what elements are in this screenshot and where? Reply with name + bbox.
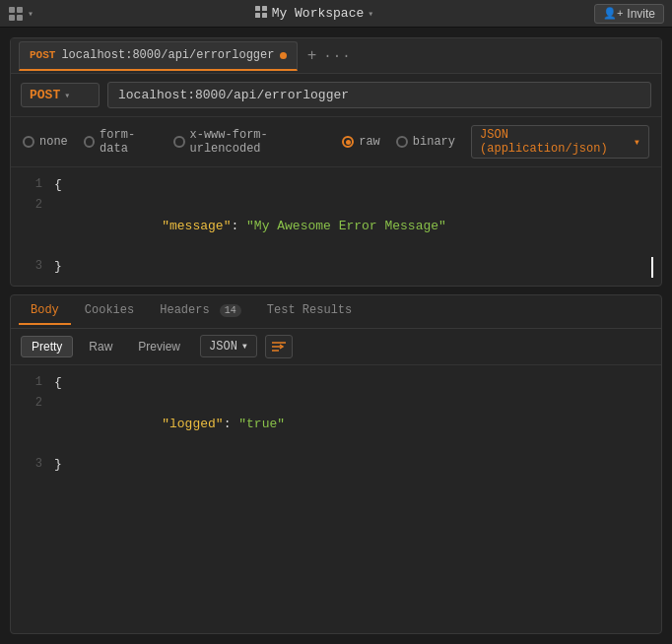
svg-rect-6 bbox=[255, 13, 260, 18]
json-key-message: "message" bbox=[131, 219, 231, 233]
grid-icon bbox=[254, 5, 268, 23]
resp-line-num-2: 2 bbox=[19, 394, 42, 413]
response-panel: Body Cookies Headers 14 Test Results Pre… bbox=[10, 294, 662, 634]
resp-line-1: 1 { bbox=[11, 373, 661, 394]
radio-form-data[interactable]: form-data bbox=[84, 128, 158, 156]
top-bar-right: 👤+ Invite bbox=[594, 4, 664, 24]
radio-label-urlencoded: x-www-form-urlencoded bbox=[190, 128, 327, 156]
line-content-1: { bbox=[54, 175, 653, 196]
url-input[interactable] bbox=[107, 82, 651, 108]
line-num-3: 3 bbox=[19, 257, 42, 276]
radio-binary[interactable]: binary bbox=[396, 135, 455, 149]
resp-json-value-logged: "true" bbox=[238, 417, 285, 431]
request-code-editor[interactable]: 1 { 2 "message": "My Awesome Error Messa… bbox=[11, 167, 661, 286]
wrap-icon bbox=[271, 340, 287, 354]
resp-line-2: 2 "logged": "true" bbox=[11, 394, 661, 455]
workspace-chevron-icon: ▾ bbox=[368, 8, 373, 20]
format-value: JSON (application/json) bbox=[480, 128, 630, 156]
url-row: POST ▾ bbox=[11, 74, 661, 117]
radio-raw[interactable]: raw bbox=[342, 135, 380, 149]
radio-circle-urlencoded bbox=[173, 136, 184, 148]
top-bar: ▾ My Workspace ▾ 👤+ Invite bbox=[0, 0, 672, 28]
method-select[interactable]: POST ▾ bbox=[21, 83, 100, 107]
format-select[interactable]: JSON (application/json) ▾ bbox=[471, 125, 649, 159]
line-content-2: "message": "My Awesome Error Message" bbox=[54, 196, 653, 257]
tab-url: localhost:8000/api/errorlogger bbox=[61, 48, 274, 62]
invite-button[interactable]: 👤+ Invite bbox=[594, 4, 664, 24]
svg-rect-1 bbox=[17, 7, 23, 13]
person-plus-icon: 👤+ bbox=[603, 7, 623, 20]
resp-line-3: 3 } bbox=[11, 455, 661, 476]
main-container: POST localhost:8000/api/errorlogger + ··… bbox=[0, 28, 672, 644]
resp-tab-body[interactable]: Body bbox=[19, 297, 71, 325]
radio-circle-form-data bbox=[84, 136, 95, 148]
resp-line-num-3: 3 bbox=[19, 455, 42, 474]
response-tabs-row: Body Cookies Headers 14 Test Results bbox=[11, 295, 661, 329]
method-value: POST bbox=[30, 88, 60, 102]
line-content-3: } bbox=[54, 257, 653, 278]
app-logo bbox=[8, 6, 24, 22]
radio-circle-binary bbox=[396, 136, 408, 148]
tab-add-button[interactable]: + bbox=[300, 44, 323, 68]
radio-label-raw: raw bbox=[359, 135, 380, 149]
svg-rect-7 bbox=[262, 13, 267, 18]
tab-unsaved-dot bbox=[280, 52, 287, 59]
request-tab-active[interactable]: POST localhost:8000/api/errorlogger bbox=[19, 41, 298, 71]
resp-tab-test-results[interactable]: Test Results bbox=[255, 297, 364, 325]
request-line-1: 1 { bbox=[11, 175, 661, 196]
resp-line-content-2: "logged": "true" bbox=[54, 394, 653, 455]
line-num-1: 1 bbox=[19, 175, 42, 194]
tab-method-badge: POST bbox=[30, 49, 55, 61]
svg-rect-2 bbox=[9, 15, 15, 21]
svg-rect-3 bbox=[17, 15, 23, 21]
radio-label-form-data: form-data bbox=[100, 128, 158, 156]
response-code-area: 1 { 2 "logged": "true" 3 } bbox=[11, 365, 661, 633]
line-num-2: 2 bbox=[19, 196, 42, 215]
radio-label-binary: binary bbox=[413, 135, 455, 149]
workspace-name: My Workspace bbox=[272, 6, 365, 21]
radio-none[interactable]: none bbox=[23, 135, 68, 149]
format-arrow-icon: ▾ bbox=[634, 135, 640, 150]
method-arrow-icon: ▾ bbox=[64, 90, 70, 101]
body-type-row: none form-data x-www-form-urlencoded raw… bbox=[11, 117, 661, 167]
radio-urlencoded[interactable]: x-www-form-urlencoded bbox=[173, 128, 326, 156]
top-bar-left: ▾ bbox=[8, 6, 34, 22]
top-bar-chevron-icon: ▾ bbox=[28, 8, 34, 20]
response-format-select[interactable]: JSON ▾ bbox=[200, 335, 257, 357]
resp-line-content-1: { bbox=[54, 373, 653, 394]
headers-badge: 14 bbox=[220, 304, 241, 317]
resp-tab-headers[interactable]: Headers 14 bbox=[148, 297, 253, 325]
invite-label: Invite bbox=[627, 7, 655, 21]
svg-rect-0 bbox=[9, 7, 15, 13]
view-preview-button[interactable]: Preview bbox=[128, 337, 190, 356]
radio-label-none: none bbox=[39, 135, 68, 149]
resp-line-content-3: } bbox=[54, 455, 653, 476]
radio-circle-raw bbox=[342, 136, 354, 148]
resp-format-arrow-icon: ▾ bbox=[241, 339, 248, 354]
request-line-2: 2 "message": "My Awesome Error Message" bbox=[11, 196, 661, 257]
json-value-message: "My Awesome Error Message" bbox=[246, 219, 446, 233]
view-raw-button[interactable]: Raw bbox=[79, 337, 122, 356]
request-tabs-row: POST localhost:8000/api/errorlogger + ··… bbox=[11, 38, 661, 74]
request-line-3: 3 } bbox=[11, 257, 661, 278]
resp-tab-cookies[interactable]: Cookies bbox=[73, 297, 146, 325]
radio-circle-none bbox=[23, 136, 34, 148]
view-pretty-button[interactable]: Pretty bbox=[21, 336, 73, 357]
resp-json-key-logged: "logged" bbox=[131, 417, 224, 431]
workspace-info: My Workspace ▾ bbox=[254, 5, 374, 23]
wrap-button[interactable] bbox=[265, 335, 293, 358]
resp-format-value: JSON bbox=[209, 340, 237, 354]
svg-rect-4 bbox=[255, 6, 260, 11]
tab-menu-button[interactable]: ··· bbox=[325, 44, 349, 68]
svg-rect-5 bbox=[262, 6, 267, 11]
response-toolbar: Pretty Raw Preview JSON ▾ bbox=[11, 329, 661, 365]
request-panel: POST localhost:8000/api/errorlogger + ··… bbox=[10, 37, 662, 287]
resp-line-num-1: 1 bbox=[19, 373, 42, 392]
